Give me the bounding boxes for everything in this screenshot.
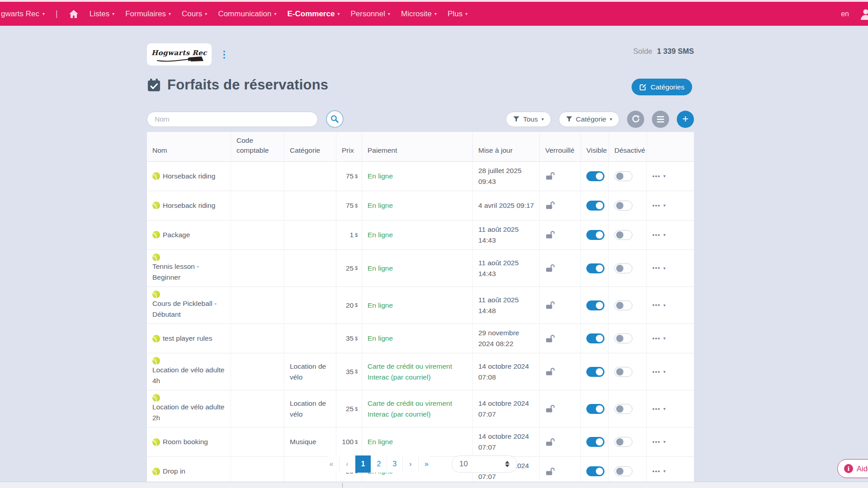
nav-menu-item-plus[interactable]: Plus ▾ xyxy=(448,9,467,19)
page-button-«[interactable]: « xyxy=(324,455,340,473)
unlock-icon[interactable] xyxy=(545,334,555,343)
cell-payment: En ligne xyxy=(362,287,473,324)
row-actions-menu[interactable]: ••• ▾ xyxy=(652,300,665,310)
logo-kebab-menu[interactable] xyxy=(222,47,227,62)
filter-all-dropdown[interactable]: Tous ▾ xyxy=(506,112,551,127)
chevron-down-icon: ▾ xyxy=(663,407,665,411)
unlock-icon[interactable] xyxy=(545,230,555,239)
chevron-down-icon: ▾ xyxy=(663,266,665,271)
packages-table: NomCode comptableCatégoriePrixPaiementMi… xyxy=(147,132,694,486)
nav-menu-item-microsite[interactable]: Microsite ▾ xyxy=(401,9,437,19)
categories-button-label: Catégories xyxy=(651,83,684,91)
chevron-down-icon: ▾ xyxy=(112,12,114,16)
tennis-ball-icon xyxy=(152,253,160,261)
page-button-3[interactable]: 3 xyxy=(387,455,403,473)
search-button[interactable] xyxy=(326,110,344,128)
row-actions-menu[interactable]: ••• ▾ xyxy=(652,201,665,210)
home-icon[interactable] xyxy=(69,9,79,19)
nav-menu-item-communication[interactable]: Communication ▾ xyxy=(218,9,276,19)
unlock-icon[interactable] xyxy=(545,301,555,310)
cell-category: Location de vélo xyxy=(284,390,336,427)
unlock-icon[interactable] xyxy=(545,404,555,413)
categories-button[interactable]: Catégories xyxy=(632,79,692,95)
cell-updated: 11 août 2025 14:43 xyxy=(473,221,540,249)
disabled-toggle[interactable] xyxy=(614,171,632,181)
org-logo[interactable]: Hogwarts Rec xyxy=(147,43,212,66)
list-view-button[interactable] xyxy=(652,111,669,128)
visible-toggle[interactable] xyxy=(586,333,604,343)
disabled-toggle[interactable] xyxy=(614,404,632,414)
column-header xyxy=(647,132,694,161)
help-button-label: Aide xyxy=(857,465,868,473)
column-header: Code comptable xyxy=(231,132,284,161)
column-header: Nom xyxy=(147,132,231,161)
visible-toggle[interactable] xyxy=(586,367,604,377)
language-selector[interactable]: en xyxy=(841,10,849,18)
visible-toggle[interactable] xyxy=(586,230,604,240)
unlock-icon[interactable] xyxy=(545,438,555,446)
cell-disabled xyxy=(609,162,647,191)
page-button-›[interactable]: › xyxy=(403,455,419,473)
page-button-‹[interactable]: ‹ xyxy=(340,455,355,473)
pagination: «‹123›» xyxy=(324,455,434,473)
visible-toggle[interactable] xyxy=(586,437,604,447)
nav-menu-item-e-commerce[interactable]: E-Commerce ▾ xyxy=(288,9,340,19)
row-actions-menu[interactable]: ••• ▾ xyxy=(652,404,665,413)
nav-menu-item-listes[interactable]: Listes ▾ xyxy=(90,9,114,19)
visible-toggle[interactable] xyxy=(586,171,604,181)
cell-code xyxy=(231,162,284,191)
row-actions-menu[interactable]: ••• ▾ xyxy=(652,437,665,446)
chevron-down-icon: ▾ xyxy=(663,370,665,374)
disabled-toggle[interactable] xyxy=(614,333,632,343)
cell-category xyxy=(284,287,336,324)
cell-actions: ••• ▾ xyxy=(647,287,694,324)
disabled-toggle[interactable] xyxy=(614,263,632,273)
help-button[interactable]: i Aide xyxy=(837,459,868,478)
ellipsis-icon: ••• xyxy=(652,263,660,272)
unlock-icon[interactable] xyxy=(545,201,555,210)
page-button-2[interactable]: 2 xyxy=(371,455,387,473)
disabled-toggle[interactable] xyxy=(614,367,632,377)
row-actions-menu[interactable]: ••• ▾ xyxy=(652,230,665,239)
visible-toggle[interactable] xyxy=(586,404,604,414)
refresh-icon xyxy=(632,115,640,123)
cell-price: 25$ xyxy=(336,250,362,286)
ellipsis-icon: ••• xyxy=(652,334,660,343)
add-button[interactable]: + xyxy=(677,111,694,128)
nav-menu-item-cours[interactable]: Cours ▾ xyxy=(182,9,207,19)
cell-locked xyxy=(540,427,581,456)
visible-toggle[interactable] xyxy=(586,201,604,211)
row-actions-menu[interactable]: ••• ▾ xyxy=(652,367,665,376)
row-actions-menu[interactable]: ••• ▾ xyxy=(652,334,665,343)
cell-locked xyxy=(540,390,581,427)
page-size-select[interactable]: 10 xyxy=(452,455,517,473)
disabled-toggle[interactable] xyxy=(614,201,632,211)
search-input[interactable] xyxy=(147,112,318,127)
cell-actions: ••• ▾ xyxy=(647,324,694,353)
page-button-1[interactable]: 1 xyxy=(355,455,371,473)
row-actions-menu[interactable]: ••• ▾ xyxy=(652,172,665,181)
row-actions-menu[interactable]: ••• ▾ xyxy=(652,263,665,272)
nav-menu-item-formulaires[interactable]: Formulaires ▾ xyxy=(125,9,171,19)
cell-price: 75$ xyxy=(336,162,362,191)
user-account-icon[interactable] xyxy=(859,7,868,21)
org-switcher[interactable]: gwarts Rec ▾ xyxy=(1,9,45,19)
disabled-toggle[interactable] xyxy=(614,300,632,310)
unlock-icon[interactable] xyxy=(545,172,555,180)
visible-toggle[interactable] xyxy=(586,300,604,310)
disabled-toggle[interactable] xyxy=(614,437,632,447)
horizontal-scrollbar[interactable] xyxy=(0,482,868,488)
cell-code xyxy=(231,250,284,286)
filter-category-dropdown[interactable]: Catégorie ▾ xyxy=(559,112,619,127)
unlock-icon[interactable] xyxy=(545,367,555,376)
funnel-icon xyxy=(513,116,519,122)
page-button-»[interactable]: » xyxy=(419,455,434,473)
nav-menu-item-personnel[interactable]: Personnel ▾ xyxy=(350,9,390,19)
unlock-icon[interactable] xyxy=(545,264,555,272)
disabled-toggle[interactable] xyxy=(614,230,632,240)
visible-toggle[interactable] xyxy=(586,263,604,273)
cell-disabled xyxy=(609,250,647,286)
refresh-button[interactable] xyxy=(627,111,644,128)
cell-code xyxy=(231,221,284,249)
cell-name: Location de vélo adulte 4h xyxy=(147,353,231,390)
